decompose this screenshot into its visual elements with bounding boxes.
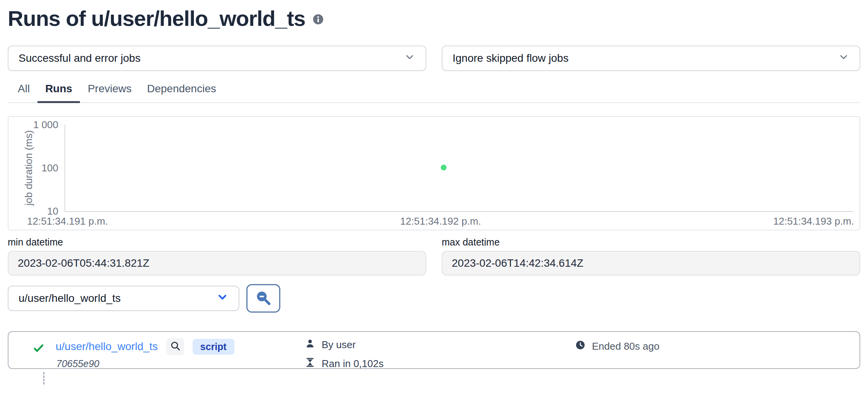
max-datetime-field: max datetime bbox=[442, 237, 860, 276]
script-path-value: u/user/hello_world_ts bbox=[19, 292, 121, 305]
chevron-down-icon bbox=[404, 51, 415, 66]
chart-plot: 1 000 100 10 bbox=[64, 125, 853, 212]
filters-row: Successful and error jobs Ignore skipped… bbox=[8, 46, 860, 71]
skipped-filter-value: Ignore skipped flow jobs bbox=[453, 52, 568, 64]
page-title: Runs of u/user/hello_world_ts bbox=[8, 6, 305, 31]
chart-point[interactable] bbox=[441, 165, 446, 171]
tab-runs[interactable]: Runs bbox=[37, 83, 80, 103]
run-ended: Ended 80s ago bbox=[592, 340, 659, 352]
x-tick-right: 12:51:34.193 p.m. bbox=[773, 215, 854, 227]
chevron-down-icon bbox=[216, 291, 229, 306]
status-filter-select[interactable]: Successful and error jobs bbox=[8, 46, 426, 71]
search-button[interactable] bbox=[246, 284, 280, 313]
min-datetime-input[interactable] bbox=[8, 251, 426, 276]
x-tick-center: 12:51:34.192 p.m. bbox=[400, 215, 481, 227]
success-check-icon bbox=[32, 342, 46, 356]
search-icon bbox=[255, 290, 271, 307]
magnifier-icon bbox=[170, 340, 181, 353]
run-meta: By user Ran in 0,102s bbox=[305, 338, 575, 371]
y-tick-100: 100 bbox=[42, 162, 58, 174]
run-path-link[interactable]: u/user/hello_world_ts bbox=[56, 340, 158, 353]
inspect-run-button[interactable] bbox=[166, 338, 184, 355]
x-axis-ticks: 12:51:34.191 p.m. 12:51:34.192 p.m. 12:5… bbox=[27, 215, 854, 227]
runs-page: Runs of u/user/hello_world_ts Successful… bbox=[8, 6, 860, 384]
skipped-filter-select[interactable]: Ignore skipped flow jobs bbox=[442, 46, 860, 71]
clock-icon bbox=[575, 340, 586, 353]
min-datetime-field: min datetime bbox=[8, 237, 426, 276]
run-id: 70655e90 bbox=[56, 358, 305, 369]
chevron-down-icon bbox=[838, 51, 849, 66]
person-icon bbox=[305, 338, 315, 352]
min-datetime-label: min datetime bbox=[8, 237, 426, 248]
script-picker-row: u/user/hello_world_ts bbox=[8, 284, 860, 313]
script-path-select[interactable]: u/user/hello_world_ts bbox=[8, 286, 239, 311]
triggered-by: By user bbox=[322, 339, 356, 351]
info-icon[interactable] bbox=[312, 14, 324, 25]
tab-previews[interactable]: Previews bbox=[80, 83, 139, 103]
run-main: u/user/hello_world_ts script 70655e90 bbox=[56, 338, 305, 369]
job-kind-badge: script bbox=[193, 339, 234, 355]
run-row[interactable]: u/user/hello_world_ts script 70655e90 bbox=[8, 332, 860, 371]
max-datetime-label: max datetime bbox=[442, 237, 860, 248]
y-axis-title: job duration (ms) bbox=[23, 130, 35, 205]
datetime-filters: min datetime max datetime bbox=[8, 237, 860, 276]
y-tick-1000: 1 000 bbox=[33, 119, 58, 131]
timeline-tick bbox=[43, 372, 44, 384]
tab-dependencies[interactable]: Dependencies bbox=[139, 83, 224, 103]
max-datetime-input[interactable] bbox=[442, 251, 860, 276]
run-ended-line: Ended 80s ago bbox=[575, 340, 659, 353]
page-header: Runs of u/user/hello_world_ts bbox=[8, 6, 860, 30]
tab-all[interactable]: All bbox=[10, 83, 37, 103]
tabs: All Runs Previews Dependencies bbox=[8, 83, 860, 103]
run-list: u/user/hello_world_ts script 70655e90 bbox=[8, 331, 860, 369]
run-duration: Ran in 0,102s bbox=[322, 358, 383, 370]
status-filter-value: Successful and error jobs bbox=[19, 52, 141, 64]
x-tick-left: 12:51:34.191 p.m. bbox=[27, 215, 108, 227]
hourglass-icon bbox=[305, 357, 315, 371]
runs-duration-chart[interactable]: job duration (ms) 1 000 100 10 12:51:34.… bbox=[8, 116, 860, 230]
